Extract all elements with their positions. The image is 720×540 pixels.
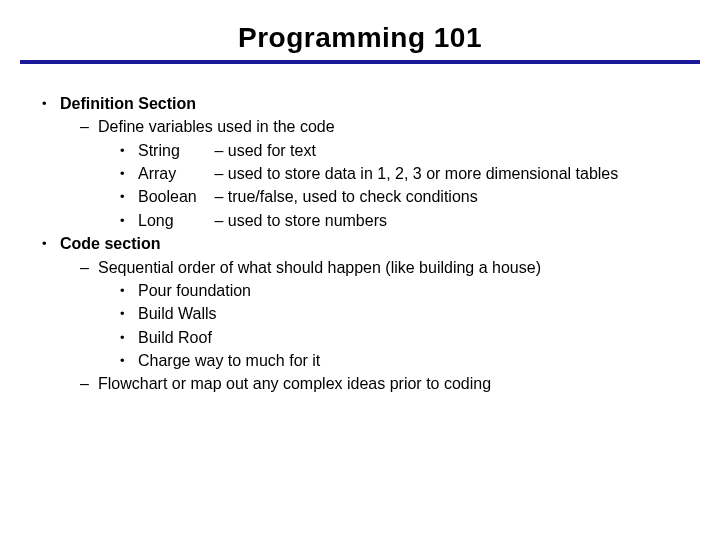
type-name: Boolean bbox=[138, 185, 210, 208]
list-item: – Sequential order of what should happen… bbox=[20, 256, 700, 279]
list-item: • Long – used to store numbers bbox=[20, 209, 700, 232]
bullet-icon: • bbox=[120, 302, 138, 325]
type-name: Array bbox=[138, 162, 210, 185]
subitem-text: Define variables used in the code bbox=[98, 115, 700, 138]
list-item: • Definition Section bbox=[20, 92, 700, 115]
type-desc: – used for text bbox=[214, 142, 315, 159]
list-item: • Array – used to store data in 1, 2, 3 … bbox=[20, 162, 700, 185]
bullet-icon: • bbox=[120, 209, 138, 232]
type-desc: – true/false, used to check conditions bbox=[214, 188, 477, 205]
section-heading: Code section bbox=[60, 232, 160, 255]
section-heading: Definition Section bbox=[60, 92, 196, 115]
step-text: Pour foundation bbox=[138, 279, 700, 302]
page-title: Programming 101 bbox=[20, 18, 700, 54]
type-line: Boolean – true/false, used to check cond… bbox=[138, 185, 700, 208]
step-text: Build Roof bbox=[138, 326, 700, 349]
list-item: – Flowchart or map out any complex ideas… bbox=[20, 372, 700, 395]
type-desc: – used to store numbers bbox=[214, 212, 387, 229]
list-item: • Build Walls bbox=[20, 302, 700, 325]
title-underline bbox=[20, 60, 700, 64]
type-line: String – used for text bbox=[138, 139, 700, 162]
step-text: Charge way to much for it bbox=[138, 349, 700, 372]
subitem-text: Flowchart or map out any complex ideas p… bbox=[98, 372, 700, 395]
list-item: – Define variables used in the code bbox=[20, 115, 700, 138]
list-item: • Boolean – true/false, used to check co… bbox=[20, 185, 700, 208]
list-item: • Code section bbox=[20, 232, 700, 255]
step-text: Build Walls bbox=[138, 302, 700, 325]
bullet-icon: • bbox=[120, 279, 138, 302]
bullet-icon: • bbox=[120, 139, 138, 162]
dash-icon: – bbox=[80, 256, 98, 279]
bullet-icon: • bbox=[120, 185, 138, 208]
bullet-icon: • bbox=[120, 162, 138, 185]
type-line: Long – used to store numbers bbox=[138, 209, 700, 232]
bullet-icon: • bbox=[42, 232, 60, 255]
bullet-icon: • bbox=[120, 326, 138, 349]
type-desc: – used to store data in 1, 2, 3 or more … bbox=[214, 165, 618, 182]
bullet-icon: • bbox=[42, 92, 60, 115]
list-item: • Pour foundation bbox=[20, 279, 700, 302]
content-area: • Definition Section – Define variables … bbox=[20, 92, 700, 395]
type-name: Long bbox=[138, 209, 210, 232]
type-line: Array – used to store data in 1, 2, 3 or… bbox=[138, 162, 700, 185]
list-item: • String – used for text bbox=[20, 139, 700, 162]
slide: Programming 101 • Definition Section – D… bbox=[0, 0, 720, 540]
bullet-icon: • bbox=[120, 349, 138, 372]
dash-icon: – bbox=[80, 372, 98, 395]
subitem-text: Sequential order of what should happen (… bbox=[98, 256, 700, 279]
dash-icon: – bbox=[80, 115, 98, 138]
type-name: String bbox=[138, 139, 210, 162]
list-item: • Build Roof bbox=[20, 326, 700, 349]
list-item: • Charge way to much for it bbox=[20, 349, 700, 372]
